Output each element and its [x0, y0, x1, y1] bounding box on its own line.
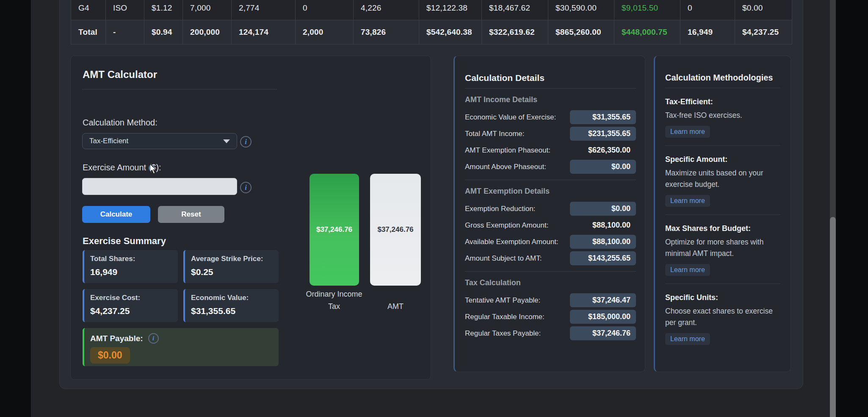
detail-row-label: Regular Taxes Payable: [465, 329, 541, 338]
table-cell: $0.94 [144, 20, 183, 44]
methodology-item: Max Shares for Budget:Optimize for more … [665, 215, 780, 276]
detail-row: Regular Taxable Income:$185,000.00 [465, 310, 636, 324]
detail-row: Gross Exemption Amount:$88,100.00 [465, 218, 636, 232]
table-cell: G4 [71, 0, 106, 20]
table-cell: $30,590.00 [548, 0, 614, 20]
methodology-name: Specific Amount: [665, 155, 780, 164]
table-cell: Total [71, 20, 106, 44]
exercise-amount-input[interactable] [82, 178, 237, 195]
table-cell: 16,949 [680, 20, 735, 44]
left-black-margin [0, 0, 31, 417]
reset-button[interactable]: Reset [158, 206, 224, 223]
summary-tile-value: $31,355.65 [191, 306, 273, 316]
bar-amt: $37,246.76 [370, 174, 421, 286]
total-row: Total-$0.94200,000124,1742,00073,826$542… [71, 20, 792, 44]
calculation-methodologies-panel: Calculation Methodologies Tax-Efficient:… [654, 56, 791, 372]
method-info-icon[interactable]: i [240, 136, 252, 147]
methodology-item: Specific Units:Choose exact shares to ex… [665, 284, 780, 345]
methodologies-title: Calculation Methodologies [665, 73, 780, 83]
table-cell: ISO [106, 0, 144, 20]
summary-tile-label: Exercise Cost: [90, 294, 172, 302]
chevron-down-icon [223, 139, 230, 143]
summary-tile: Total Shares:16,949 [83, 250, 178, 283]
table-cell: 2,774 [232, 0, 296, 20]
calculation-method-value: Tax-Efficient [89, 137, 128, 145]
section-rows: Economic Value of Exercise:$31,355.65Tot… [465, 110, 636, 174]
detail-row: Amount Subject to AMT:$143,255.65 [465, 251, 636, 265]
summary-tile-value: 16,949 [90, 267, 172, 277]
summary-tile-value: $4,237.25 [90, 306, 172, 316]
methodology-description: Maximize units based on your exercise bu… [665, 167, 780, 190]
summary-tile-label: Average Strike Price: [191, 255, 273, 263]
learn-more-link[interactable]: Learn more [665, 195, 710, 207]
calculation-method-label: Calculation Method: [83, 118, 158, 128]
right-black-margin [836, 0, 868, 417]
detail-row-value: $88,100.00 [570, 235, 636, 249]
detail-row-label: Gross Exemption Amount: [465, 221, 548, 230]
table-cell: $4,237.25 [735, 20, 792, 44]
methodology-description: Choose exact shares to exercise per gran… [665, 306, 780, 328]
bar-label-amt: AMT [366, 287, 425, 313]
table-cell: 0 [680, 0, 735, 20]
detail-row: Exemption Reduction:$0.00 [465, 202, 636, 216]
section-rows: Tentative AMT Payable:$37,246.47Regular … [465, 293, 636, 340]
detail-row-label: Exemption Reduction: [465, 205, 535, 213]
table-cell: $18,467.62 [482, 0, 548, 20]
scrollbar-thumb[interactable] [830, 217, 836, 417]
learn-more-link[interactable]: Learn more [665, 264, 710, 276]
exercise-summary-tiles: Total Shares:16,949Average Strike Price:… [83, 250, 279, 322]
bar-label-ordinary: Ordinary Income Tax [304, 287, 364, 313]
calculation-details-panel: Calculation Details AMT Income DetailsEc… [453, 56, 645, 372]
section-rows: Exemption Reduction:$0.00Gross Exemption… [465, 202, 636, 265]
grants-table: G4ISO$1.127,0002,77404,226$12,122.38$18,… [71, 0, 792, 44]
summary-tile: Average Strike Price:$0.25 [183, 250, 279, 283]
calculate-button[interactable]: Calculate [82, 206, 150, 223]
table-cell: 7,000 [183, 0, 232, 20]
table-cell: $9,015.50 [614, 0, 680, 20]
section-header: Tax Calculation [465, 278, 636, 287]
section-header: AMT Income Details [465, 95, 636, 104]
table-cell: $322,619.62 [482, 20, 548, 44]
app-screen: G4ISO$1.127,0002,77404,226$12,122.38$18,… [0, 0, 868, 417]
learn-more-link[interactable]: Learn more [665, 126, 710, 138]
table-cell: 124,174 [232, 20, 296, 44]
amt-calculator-panel: AMT Calculator Calculation Method: Tax-E… [70, 56, 431, 380]
summary-tile-label: Economic Value: [191, 294, 273, 302]
table-cell: $542,640.38 [419, 20, 482, 44]
detail-row-value: $626,350.00 [570, 143, 636, 157]
detail-row: Economic Value of Exercise:$31,355.65 [465, 110, 636, 124]
methodology-item: Specific Amount:Maximize units based on … [665, 146, 780, 207]
amt-payable-label: AMT Payable: [90, 334, 143, 343]
amount-info-icon[interactable]: i [240, 182, 252, 193]
table-cell: 0 [296, 0, 354, 20]
learn-more-link[interactable]: Learn more [665, 333, 710, 345]
calculation-method-select[interactable]: Tax-Efficient [82, 133, 237, 149]
table-cell: $0.00 [735, 0, 792, 20]
methodology-item: Tax-Efficient:Tax-free ISO exercises.Lea… [665, 88, 780, 138]
detail-row-label: Economic Value of Exercise: [465, 113, 556, 122]
detail-row-label: AMT Exemption Phaseout: [465, 146, 550, 155]
amt-payable-tile: AMT Payable: i $0.00 [83, 328, 279, 366]
summary-tile: Economic Value:$31,355.65 [183, 289, 279, 322]
amt-payable-value: $0.00 [90, 347, 130, 364]
detail-row-value: $231,355.65 [570, 127, 636, 141]
detail-row-label: Available Exemption Amount: [465, 238, 558, 246]
table-cell: $1.12 [144, 0, 183, 20]
section-divider [465, 271, 636, 272]
detail-row: Amount Above Phaseout:$0.00 [465, 160, 636, 174]
table-cell: 73,826 [354, 20, 419, 44]
section-header: AMT Exemption Details [465, 187, 636, 196]
calculation-details-title: Calculation Details [465, 73, 636, 83]
amt-payable-info-icon[interactable]: i [148, 333, 159, 344]
methodology-name: Max Shares for Budget: [665, 224, 780, 233]
bar-value-amt: $37,246.76 [370, 225, 421, 234]
detail-row-value: $88,100.00 [570, 218, 636, 232]
methodology-description: Tax-free ISO exercises. [665, 110, 780, 121]
detail-row-label: Tentative AMT Payable: [465, 296, 540, 305]
summary-tile: Exercise Cost:$4,237.25 [83, 289, 178, 322]
detail-row: Regular Taxes Payable:$37,246.76 [465, 326, 636, 340]
table-cell: 200,000 [183, 20, 232, 44]
detail-row-value: $0.00 [570, 202, 636, 216]
table-cell: $12,122.38 [419, 0, 482, 20]
detail-row-value: $37,246.47 [570, 293, 636, 307]
